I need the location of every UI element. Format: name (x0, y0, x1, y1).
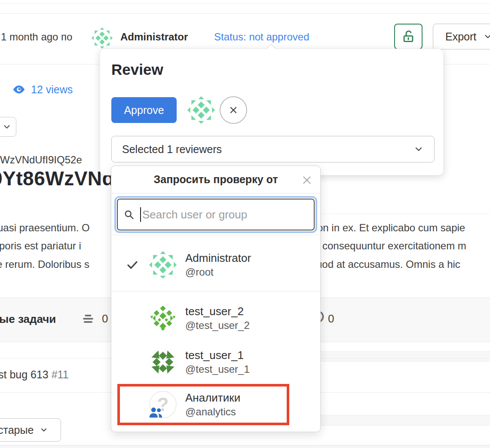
reviewers-select-value: Selected 1 reviewers (122, 143, 222, 156)
user-avatar (149, 251, 177, 279)
lock-button[interactable] (394, 24, 423, 49)
check-icon (126, 258, 139, 271)
identicon-mint (92, 28, 113, 49)
tasks-count: 0 (102, 312, 108, 325)
chevron-down-icon (2, 122, 12, 132)
section-divider (318, 214, 490, 214)
export-label: Export (445, 31, 476, 43)
linked-issue-row[interactable]: st bug 613 #11 (0, 368, 69, 381)
user-handle: @test_user_1 (185, 363, 250, 375)
approve-button[interactable]: Approve (111, 97, 177, 123)
views-count: 12 views (31, 83, 73, 96)
linked-issue-ref[interactable]: #11 (52, 368, 69, 380)
user-avatar (149, 304, 177, 332)
branch-ref-text: WzVNdUfI9IQ52e (0, 154, 82, 166)
export-button[interactable]: Export (433, 24, 490, 49)
user-handle: @test_user_2 (185, 319, 250, 331)
user-name: test_user_1 (185, 349, 250, 362)
group-icon (147, 404, 164, 420)
linked-issue-title: st bug 613 (0, 368, 52, 380)
review-popover: Review Approve Selected 1 reviewers (100, 49, 444, 175)
identicon-mint (187, 96, 215, 124)
sort-label: старые (0, 424, 34, 436)
chevron-down-icon (40, 426, 48, 434)
related-tasks-label: ые задачи (0, 313, 56, 326)
close-dropdown-button[interactable] (301, 175, 312, 186)
chevron-down-icon (413, 144, 424, 154)
reviewer-option-test-user-2[interactable]: test_user_2 @test_user_2 (111, 295, 320, 341)
chevron-down-icon (483, 32, 490, 41)
search-focus-ring: Search user or group (114, 196, 317, 233)
reviewer-dropdown-title: Запросить проверку от (154, 173, 278, 186)
header-top-divider (0, 13, 490, 14)
identicon-mint (149, 251, 177, 279)
reviewer-dropdown: Запросить проверку от Search user or gro… (111, 166, 321, 432)
group-avatar-placeholder: ? (149, 391, 177, 418)
user-text: test_user_2 @test_user_2 (185, 305, 250, 331)
description-line: consequuntur exercitationem m (322, 240, 466, 252)
issue-title: 9Yt86WzVNd (0, 167, 114, 190)
text-caret (140, 207, 141, 222)
reviewers-select[interactable]: Selected 1 reviewers (111, 136, 435, 163)
group-name: Аналитики (185, 391, 240, 405)
background-strip (318, 415, 490, 426)
group-handle: @analytics (185, 406, 240, 418)
views-link[interactable]: 12 views (12, 83, 73, 96)
identicon-green-dark (149, 348, 177, 376)
user-name: Administrator (185, 252, 251, 265)
search-placeholder: Search user or group (142, 208, 247, 221)
user-handle: @root (185, 266, 251, 278)
page-footer-strip (0, 445, 490, 448)
user-name: test_user_2 (185, 305, 250, 318)
collapsed-dropdown-button[interactable] (0, 117, 16, 137)
user-text: Аналитики @analytics (185, 391, 240, 418)
reviewer-avatar[interactable] (187, 96, 215, 124)
top-divider (0, 3, 490, 4)
lock-open-icon (401, 29, 416, 44)
description-line: uasi praesentium. O (0, 222, 90, 234)
remove-reviewer-button[interactable] (220, 96, 247, 124)
search-input[interactable]: Search user or group (117, 199, 315, 230)
description-line: on in ex. Et explicabo cum sapie (317, 222, 465, 234)
popover-arrow (266, 44, 276, 54)
user-text: test_user_1 @test_user_1 (185, 349, 250, 375)
reviewer-option-root[interactable]: Administrator @root (111, 238, 320, 292)
background-strip (318, 351, 490, 362)
sort-dropdown-button[interactable]: старые (0, 418, 61, 442)
weight-icon (80, 311, 97, 328)
award-count: 0 (328, 312, 334, 325)
user-text: Administrator @root (185, 252, 251, 278)
reviewer-dropdown-header: Запросить проверку от (111, 166, 320, 193)
search-divider (111, 235, 320, 235)
status-link[interactable]: Status: not approved (214, 31, 309, 43)
description-line: uod at accusamus. Omnis a hic (316, 258, 460, 270)
user-avatar (149, 348, 177, 376)
author-name[interactable]: Administrator (120, 31, 188, 43)
author-avatar[interactable] (92, 28, 113, 49)
close-icon (301, 175, 312, 186)
reviewer-option-analytics[interactable]: ? Аналитики @analytics (111, 383, 320, 426)
close-icon (228, 105, 239, 115)
identicon-green-bright (149, 304, 177, 332)
issue-page: 1 month ago по Administrator Status: not… (0, 0, 490, 448)
description-line: rporis est pariatur i (0, 240, 81, 252)
reviewer-option-test-user-1[interactable]: test_user_1 @test_user_1 (111, 341, 320, 383)
eye-icon (12, 83, 26, 96)
search-icon (123, 209, 135, 221)
posted-ago-text: 1 month ago по (1, 31, 72, 43)
description-line: e rerum. Doloribus s (0, 258, 89, 270)
review-popover-title: Review (111, 61, 163, 78)
